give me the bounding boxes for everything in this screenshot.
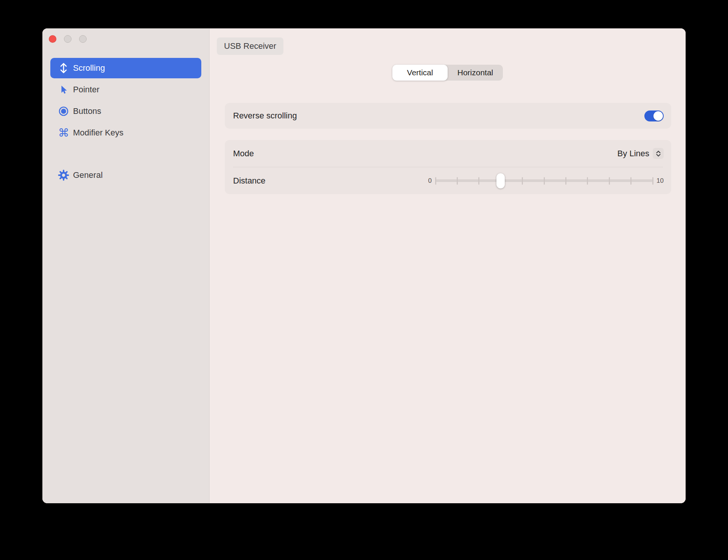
mode-selected-value: By Lines: [618, 149, 649, 159]
slider-tick: [478, 177, 479, 185]
tab-horizontal[interactable]: Horizontal: [448, 65, 503, 81]
slider-thumb[interactable]: [496, 173, 505, 188]
toggle-knob: [653, 111, 663, 121]
sidebar-item-modifier-keys[interactable]: ⌘ Modifier Keys: [50, 123, 201, 143]
sidebar-item-scrolling[interactable]: Scrolling: [50, 58, 201, 78]
distance-label: Distance: [233, 176, 266, 186]
distance-slider: 0 10: [428, 173, 664, 189]
vertical-arrows-icon: [57, 62, 70, 74]
device-tab-label: USB Receiver: [224, 41, 276, 51]
cursor-icon: [57, 84, 70, 95]
sidebar-item-label: Buttons: [73, 106, 101, 116]
sidebar-item-label: Scrolling: [73, 63, 105, 73]
slider-tick: [522, 177, 523, 185]
slider-tick: [565, 177, 566, 185]
mode-label: Mode: [233, 149, 254, 159]
gear-icon: [57, 170, 70, 181]
slider-tick: [652, 177, 653, 185]
sidebar-item-label: Pointer: [73, 85, 100, 95]
sidebar-item-label: Modifier Keys: [73, 128, 123, 138]
command-icon: ⌘: [57, 128, 70, 138]
settings-panel: USB Receiver Vertical Horizontal Reverse…: [209, 28, 686, 503]
tab-vertical[interactable]: Vertical: [392, 65, 448, 81]
sidebar-item-pointer[interactable]: Pointer: [50, 79, 201, 100]
slider-tick: [457, 177, 458, 185]
slider-tick: [544, 177, 545, 185]
reverse-scrolling-toggle[interactable]: [644, 110, 664, 121]
orientation-segmented-control: Vertical Horizontal: [392, 65, 503, 81]
sidebar-item-general[interactable]: General: [50, 165, 201, 185]
slider-tick: [630, 177, 632, 185]
slider-tick: [435, 177, 436, 185]
slider-track[interactable]: [436, 173, 653, 189]
reverse-scrolling-card: Reverse scrolling: [225, 103, 671, 129]
minimize-button[interactable]: [64, 35, 72, 43]
distance-row: Distance 0 10: [225, 167, 671, 194]
mode-select[interactable]: By Lines: [618, 148, 664, 159]
app-window: Scrolling Pointer Buttons: [42, 28, 686, 503]
sidebar-item-label: General: [73, 170, 103, 180]
device-tab-usb-receiver[interactable]: USB Receiver: [217, 37, 283, 55]
window-controls: [49, 35, 87, 43]
chevron-up-down-icon: [653, 148, 664, 159]
sidebar-section-gap: [50, 144, 201, 165]
reverse-scrolling-label: Reverse scrolling: [233, 111, 297, 121]
slider-tick: [609, 177, 610, 185]
close-button[interactable]: [49, 35, 56, 43]
slider-tick: [587, 177, 588, 185]
mode-row: Mode By Lines: [225, 140, 671, 167]
sidebar: Scrolling Pointer Buttons: [42, 28, 209, 503]
slider-max-label: 10: [656, 177, 664, 185]
zoom-button[interactable]: [79, 35, 87, 43]
circle-dot-icon: [57, 106, 70, 117]
scrolling-options-card: Mode By Lines Distance 0: [225, 140, 671, 194]
sidebar-item-buttons[interactable]: Buttons: [50, 101, 201, 121]
sidebar-nav: Scrolling Pointer Buttons: [50, 58, 201, 187]
slider-min-label: 0: [428, 177, 432, 185]
